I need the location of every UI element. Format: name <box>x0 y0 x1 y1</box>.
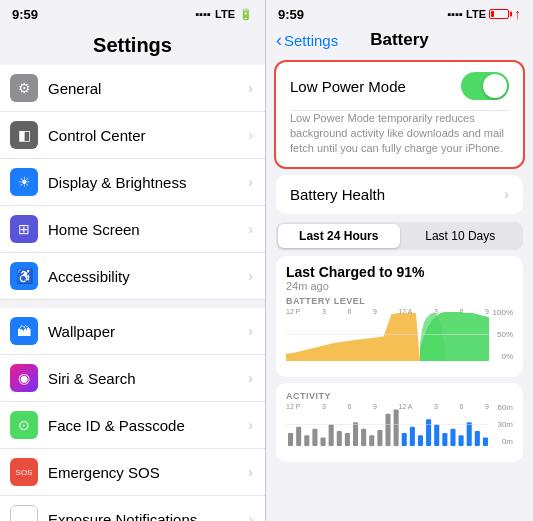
chevron-icon-home-screen: › <box>248 221 253 237</box>
svg-rect-10 <box>337 431 342 446</box>
svg-rect-5 <box>296 426 301 445</box>
sidebar-label-faceid: Face ID & Passcode <box>48 417 248 434</box>
chevron-icon-wallpaper: › <box>248 323 253 339</box>
chevron-icon-general: › <box>248 80 253 96</box>
sidebar-item-exposure[interactable]: ✳Exposure Notifications› <box>0 496 265 521</box>
accessibility-icon: ♿ <box>10 262 38 290</box>
left-time: 9:59 <box>12 7 38 22</box>
battery-health-chevron-icon: › <box>504 186 509 202</box>
sidebar-item-home-screen[interactable]: ⊞Home Screen› <box>0 206 265 253</box>
lpm-row: Low Power Mode <box>276 62 523 110</box>
chart-subtitle: 24m ago <box>286 280 513 292</box>
chevron-icon-accessibility: › <box>248 268 253 284</box>
sidebar-label-exposure: Exposure Notifications <box>48 511 248 522</box>
lpm-description: Low Power Mode temporarily reduces backg… <box>276 111 523 167</box>
sidebar-label-siri: Siri & Search <box>48 370 248 387</box>
sidebar-item-display[interactable]: ☀Display & Brightness› <box>0 159 265 206</box>
right-nav: ‹ Settings Battery <box>266 28 533 56</box>
lpm-toggle[interactable] <box>461 72 509 100</box>
svg-rect-22 <box>434 424 439 446</box>
svg-rect-16 <box>385 413 390 445</box>
toggle-knob <box>483 74 507 98</box>
battery-level-chart: 100% 50% 0% <box>286 308 513 373</box>
right-time: 9:59 <box>278 7 304 22</box>
control-center-icon: ◧ <box>10 121 38 149</box>
sidebar-item-accessibility[interactable]: ♿Accessibility› <box>0 253 265 300</box>
sidebar-label-display: Display & Brightness <box>48 174 248 191</box>
svg-rect-4 <box>288 433 293 446</box>
home-screen-icon: ⊞ <box>10 215 38 243</box>
battery-y-labels: 100% 50% 0% <box>493 308 513 361</box>
sidebar-label-general: General <box>48 80 248 97</box>
time-option-24h[interactable]: Last 24 Hours <box>278 224 400 248</box>
svg-rect-12 <box>353 422 358 446</box>
low-power-mode-card: Low Power Mode Low Power Mode temporaril… <box>276 62 523 167</box>
signal-icon: ▪▪▪▪ <box>195 8 211 20</box>
svg-rect-18 <box>402 433 407 446</box>
battery-level-label: BATTERY LEVEL <box>286 296 513 306</box>
svg-rect-25 <box>459 435 464 446</box>
svg-rect-9 <box>329 424 334 446</box>
chevron-icon-sos: › <box>248 464 253 480</box>
right-panel: 9:59 ▪▪▪▪ LTE ↑ ‹ Settings Battery Low P… <box>266 0 533 521</box>
sidebar-label-home-screen: Home Screen <box>48 221 248 238</box>
y-label-60m: 60m <box>497 403 513 412</box>
sidebar-item-faceid[interactable]: ⊙Face ID & Passcode› <box>0 402 265 449</box>
sidebar-item-control-center[interactable]: ◧Control Center› <box>0 112 265 159</box>
battery-svg-wrapper <box>286 308 489 361</box>
svg-rect-15 <box>377 430 382 446</box>
activity-y-labels: 60m 30m 0m <box>497 403 513 446</box>
chevron-icon-siri: › <box>248 370 253 386</box>
svg-rect-8 <box>321 437 326 446</box>
chart-main-title: Last Charged to 91% <box>286 264 513 280</box>
sidebar-item-sos[interactable]: SOSEmergency SOS› <box>0 449 265 496</box>
sidebar-item-siri[interactable]: ◉Siri & Search› <box>0 355 265 402</box>
svg-rect-17 <box>394 409 399 446</box>
chevron-icon-control-center: › <box>248 127 253 143</box>
svg-rect-20 <box>418 435 423 446</box>
battery-health-card[interactable]: Battery Health › <box>276 175 523 214</box>
svg-rect-23 <box>442 433 447 446</box>
right-status-icons: ▪▪▪▪ LTE ↑ <box>447 6 521 22</box>
battery-health-row[interactable]: Battery Health › <box>276 175 523 214</box>
right-content: Low Power Mode Low Power Mode temporaril… <box>266 56 533 521</box>
time-option-10d[interactable]: Last 10 Days <box>400 224 522 248</box>
sidebar-label-sos: Emergency SOS <box>48 464 248 481</box>
sidebar-label-wallpaper: Wallpaper <box>48 323 248 340</box>
settings-list: ⚙General›◧Control Center›☀Display & Brig… <box>0 65 265 521</box>
y-label-0: 0% <box>501 352 513 361</box>
back-chevron-icon: ‹ <box>276 31 282 49</box>
svg-rect-19 <box>410 426 415 445</box>
time-selector: Last 24 Hours Last 10 Days <box>276 222 523 250</box>
low-battery-icon <box>489 9 509 19</box>
right-panel-title: Battery <box>370 30 429 50</box>
svg-rect-13 <box>361 428 366 445</box>
sidebar-label-accessibility: Accessibility <box>48 268 248 285</box>
svg-rect-21 <box>426 419 431 446</box>
display-icon: ☀ <box>10 168 38 196</box>
battery-arrow-icon: ↑ <box>514 6 521 22</box>
svg-marker-0 <box>286 313 420 361</box>
svg-rect-7 <box>312 428 317 445</box>
left-status-bar: 9:59 ▪▪▪▪ LTE 🔋 <box>0 0 265 28</box>
siri-icon: ◉ <box>10 364 38 392</box>
chevron-icon-faceid: › <box>248 417 253 433</box>
battery-chart-section: Last Charged to 91% 24m ago BATTERY LEVE… <box>276 256 523 377</box>
activity-chart: 60m 30m 0m <box>286 403 513 458</box>
svg-rect-26 <box>467 422 472 446</box>
y-label-30m: 30m <box>497 420 513 429</box>
general-icon: ⚙ <box>10 74 38 102</box>
right-status-bar: 9:59 ▪▪▪▪ LTE ↑ <box>266 0 533 28</box>
left-panel: 9:59 ▪▪▪▪ LTE 🔋 Settings ⚙General›◧Contr… <box>0 0 266 521</box>
sos-icon: SOS <box>10 458 38 486</box>
sidebar-item-general[interactable]: ⚙General› <box>0 65 265 112</box>
svg-rect-6 <box>304 435 309 446</box>
sidebar-item-wallpaper[interactable]: 🏔Wallpaper› <box>0 308 265 355</box>
svg-rect-24 <box>450 428 455 445</box>
faceid-icon: ⊙ <box>10 411 38 439</box>
wallpaper-icon: 🏔 <box>10 317 38 345</box>
exposure-icon: ✳ <box>10 505 38 521</box>
right-signal-icon: ▪▪▪▪ <box>447 8 463 20</box>
back-button[interactable]: ‹ Settings <box>276 31 338 49</box>
y-label-50: 50% <box>497 330 513 339</box>
